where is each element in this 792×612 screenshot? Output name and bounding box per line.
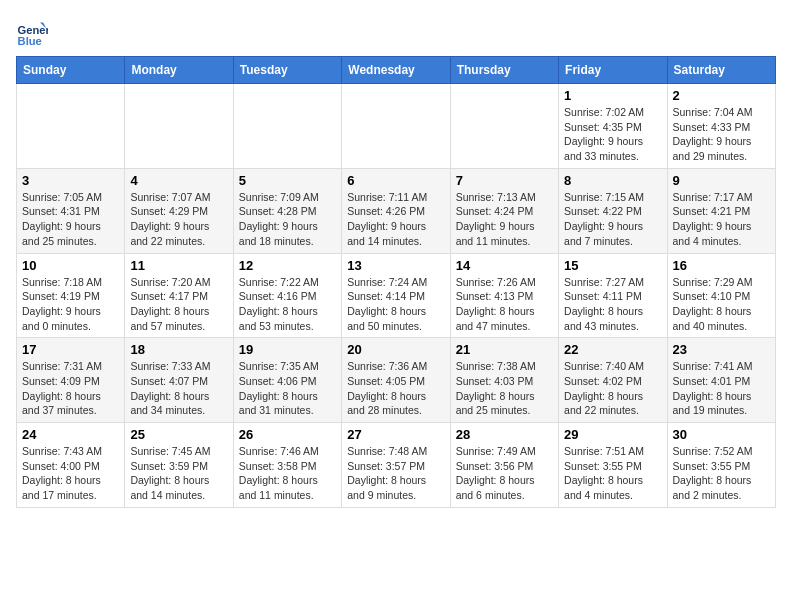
day-info: Sunrise: 7:11 AMSunset: 4:26 PMDaylight:… (347, 190, 444, 249)
day-info: Sunrise: 7:45 AMSunset: 3:59 PMDaylight:… (130, 444, 227, 503)
weekday-header: Friday (559, 57, 667, 84)
day-info: Sunrise: 7:29 AMSunset: 4:10 PMDaylight:… (673, 275, 770, 334)
day-info: Sunrise: 7:31 AMSunset: 4:09 PMDaylight:… (22, 359, 119, 418)
calendar-cell: 8Sunrise: 7:15 AMSunset: 4:22 PMDaylight… (559, 168, 667, 253)
calendar-cell: 6Sunrise: 7:11 AMSunset: 4:26 PMDaylight… (342, 168, 450, 253)
day-number: 20 (347, 342, 444, 357)
day-number: 14 (456, 258, 553, 273)
calendar-cell: 11Sunrise: 7:20 AMSunset: 4:17 PMDayligh… (125, 253, 233, 338)
weekday-header: Monday (125, 57, 233, 84)
calendar-cell: 21Sunrise: 7:38 AMSunset: 4:03 PMDayligh… (450, 338, 558, 423)
day-number: 28 (456, 427, 553, 442)
calendar-cell: 26Sunrise: 7:46 AMSunset: 3:58 PMDayligh… (233, 423, 341, 508)
calendar-cell: 1Sunrise: 7:02 AMSunset: 4:35 PMDaylight… (559, 84, 667, 169)
day-number: 8 (564, 173, 661, 188)
page-header: General Blue (16, 16, 776, 48)
day-number: 5 (239, 173, 336, 188)
calendar-cell: 27Sunrise: 7:48 AMSunset: 3:57 PMDayligh… (342, 423, 450, 508)
calendar-cell: 28Sunrise: 7:49 AMSunset: 3:56 PMDayligh… (450, 423, 558, 508)
calendar-cell: 3Sunrise: 7:05 AMSunset: 4:31 PMDaylight… (17, 168, 125, 253)
day-number: 7 (456, 173, 553, 188)
day-number: 26 (239, 427, 336, 442)
day-number: 13 (347, 258, 444, 273)
calendar-cell: 29Sunrise: 7:51 AMSunset: 3:55 PMDayligh… (559, 423, 667, 508)
day-number: 16 (673, 258, 770, 273)
calendar-cell: 2Sunrise: 7:04 AMSunset: 4:33 PMDaylight… (667, 84, 775, 169)
calendar-cell: 19Sunrise: 7:35 AMSunset: 4:06 PMDayligh… (233, 338, 341, 423)
calendar-cell (125, 84, 233, 169)
day-number: 1 (564, 88, 661, 103)
calendar-cell: 14Sunrise: 7:26 AMSunset: 4:13 PMDayligh… (450, 253, 558, 338)
day-info: Sunrise: 7:15 AMSunset: 4:22 PMDaylight:… (564, 190, 661, 249)
day-number: 17 (22, 342, 119, 357)
calendar-cell: 30Sunrise: 7:52 AMSunset: 3:55 PMDayligh… (667, 423, 775, 508)
calendar-cell: 18Sunrise: 7:33 AMSunset: 4:07 PMDayligh… (125, 338, 233, 423)
day-number: 27 (347, 427, 444, 442)
day-info: Sunrise: 7:35 AMSunset: 4:06 PMDaylight:… (239, 359, 336, 418)
day-info: Sunrise: 7:33 AMSunset: 4:07 PMDaylight:… (130, 359, 227, 418)
calendar-cell: 22Sunrise: 7:40 AMSunset: 4:02 PMDayligh… (559, 338, 667, 423)
day-info: Sunrise: 7:40 AMSunset: 4:02 PMDaylight:… (564, 359, 661, 418)
day-number: 9 (673, 173, 770, 188)
calendar-cell: 12Sunrise: 7:22 AMSunset: 4:16 PMDayligh… (233, 253, 341, 338)
day-info: Sunrise: 7:36 AMSunset: 4:05 PMDaylight:… (347, 359, 444, 418)
calendar-cell: 15Sunrise: 7:27 AMSunset: 4:11 PMDayligh… (559, 253, 667, 338)
day-info: Sunrise: 7:38 AMSunset: 4:03 PMDaylight:… (456, 359, 553, 418)
calendar-cell: 9Sunrise: 7:17 AMSunset: 4:21 PMDaylight… (667, 168, 775, 253)
day-number: 4 (130, 173, 227, 188)
calendar-cell: 16Sunrise: 7:29 AMSunset: 4:10 PMDayligh… (667, 253, 775, 338)
day-info: Sunrise: 7:07 AMSunset: 4:29 PMDaylight:… (130, 190, 227, 249)
day-info: Sunrise: 7:48 AMSunset: 3:57 PMDaylight:… (347, 444, 444, 503)
day-info: Sunrise: 7:41 AMSunset: 4:01 PMDaylight:… (673, 359, 770, 418)
calendar-cell: 24Sunrise: 7:43 AMSunset: 4:00 PMDayligh… (17, 423, 125, 508)
day-info: Sunrise: 7:46 AMSunset: 3:58 PMDaylight:… (239, 444, 336, 503)
calendar-week-row: 10Sunrise: 7:18 AMSunset: 4:19 PMDayligh… (17, 253, 776, 338)
weekday-header: Thursday (450, 57, 558, 84)
calendar-cell (342, 84, 450, 169)
calendar-cell (233, 84, 341, 169)
day-info: Sunrise: 7:18 AMSunset: 4:19 PMDaylight:… (22, 275, 119, 334)
calendar-week-row: 3Sunrise: 7:05 AMSunset: 4:31 PMDaylight… (17, 168, 776, 253)
day-info: Sunrise: 7:05 AMSunset: 4:31 PMDaylight:… (22, 190, 119, 249)
day-number: 23 (673, 342, 770, 357)
day-number: 30 (673, 427, 770, 442)
svg-text:Blue: Blue (18, 35, 42, 47)
day-number: 2 (673, 88, 770, 103)
calendar-cell (17, 84, 125, 169)
day-info: Sunrise: 7:22 AMSunset: 4:16 PMDaylight:… (239, 275, 336, 334)
day-info: Sunrise: 7:09 AMSunset: 4:28 PMDaylight:… (239, 190, 336, 249)
weekday-header: Saturday (667, 57, 775, 84)
day-number: 24 (22, 427, 119, 442)
calendar-cell: 23Sunrise: 7:41 AMSunset: 4:01 PMDayligh… (667, 338, 775, 423)
calendar-cell: 5Sunrise: 7:09 AMSunset: 4:28 PMDaylight… (233, 168, 341, 253)
calendar-cell: 25Sunrise: 7:45 AMSunset: 3:59 PMDayligh… (125, 423, 233, 508)
calendar-cell: 20Sunrise: 7:36 AMSunset: 4:05 PMDayligh… (342, 338, 450, 423)
logo: General Blue (16, 16, 52, 48)
calendar-header-row: SundayMondayTuesdayWednesdayThursdayFrid… (17, 57, 776, 84)
calendar-week-row: 1Sunrise: 7:02 AMSunset: 4:35 PMDaylight… (17, 84, 776, 169)
day-info: Sunrise: 7:02 AMSunset: 4:35 PMDaylight:… (564, 105, 661, 164)
calendar-cell: 4Sunrise: 7:07 AMSunset: 4:29 PMDaylight… (125, 168, 233, 253)
calendar-cell: 7Sunrise: 7:13 AMSunset: 4:24 PMDaylight… (450, 168, 558, 253)
logo-icon: General Blue (16, 16, 48, 48)
day-info: Sunrise: 7:27 AMSunset: 4:11 PMDaylight:… (564, 275, 661, 334)
day-number: 11 (130, 258, 227, 273)
day-number: 25 (130, 427, 227, 442)
day-info: Sunrise: 7:51 AMSunset: 3:55 PMDaylight:… (564, 444, 661, 503)
day-number: 3 (22, 173, 119, 188)
calendar-week-row: 24Sunrise: 7:43 AMSunset: 4:00 PMDayligh… (17, 423, 776, 508)
calendar-cell: 10Sunrise: 7:18 AMSunset: 4:19 PMDayligh… (17, 253, 125, 338)
calendar-cell: 13Sunrise: 7:24 AMSunset: 4:14 PMDayligh… (342, 253, 450, 338)
day-number: 21 (456, 342, 553, 357)
day-info: Sunrise: 7:17 AMSunset: 4:21 PMDaylight:… (673, 190, 770, 249)
calendar-week-row: 17Sunrise: 7:31 AMSunset: 4:09 PMDayligh… (17, 338, 776, 423)
day-info: Sunrise: 7:04 AMSunset: 4:33 PMDaylight:… (673, 105, 770, 164)
day-number: 18 (130, 342, 227, 357)
day-number: 15 (564, 258, 661, 273)
day-number: 12 (239, 258, 336, 273)
calendar-table: SundayMondayTuesdayWednesdayThursdayFrid… (16, 56, 776, 508)
weekday-header: Tuesday (233, 57, 341, 84)
day-info: Sunrise: 7:26 AMSunset: 4:13 PMDaylight:… (456, 275, 553, 334)
day-number: 19 (239, 342, 336, 357)
calendar-cell: 17Sunrise: 7:31 AMSunset: 4:09 PMDayligh… (17, 338, 125, 423)
